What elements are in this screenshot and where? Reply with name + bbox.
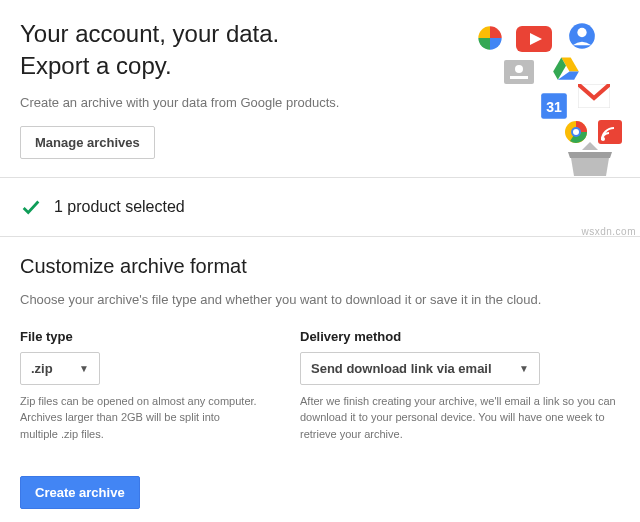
file-type-label: File type — [20, 329, 260, 344]
selection-section: 1 product selected — [0, 178, 640, 237]
selection-count-text: 1 product selected — [54, 198, 185, 216]
page-title-line1: Your account, your data. — [20, 20, 279, 47]
svg-marker-19 — [570, 152, 610, 176]
create-archive-button[interactable]: Create archive — [20, 476, 140, 509]
svg-point-16 — [573, 129, 579, 135]
manage-archives-button[interactable]: Manage archives — [20, 126, 155, 159]
file-type-select[interactable]: .zip ▼ — [20, 352, 100, 385]
cast-icon — [598, 120, 622, 144]
hero-section: 31 Your account, your data. Export a cop… — [0, 0, 640, 178]
delivery-select[interactable]: Send download link via email ▼ — [300, 352, 540, 385]
action-section: Create archive — [0, 460, 640, 522]
page-title: Your account, your data. Export a copy. — [20, 18, 620, 83]
chevron-down-icon: ▼ — [519, 363, 529, 374]
customize-section: Customize archive format Choose your arc… — [0, 237, 640, 461]
customize-heading: Customize archive format — [20, 255, 620, 278]
delivery-value: Send download link via email — [311, 361, 492, 376]
svg-rect-17 — [598, 120, 622, 144]
page-title-line2: Export a copy. — [20, 52, 172, 79]
form-row: File type .zip ▼ Zip files can be opened… — [20, 329, 620, 443]
selection-row: 1 product selected — [20, 196, 620, 218]
delivery-help: After we finish creating your archive, w… — [300, 393, 620, 443]
file-type-help: Zip files can be opened on almost any co… — [20, 393, 260, 443]
delivery-column: Delivery method Send download link via e… — [300, 329, 620, 443]
svg-point-15 — [571, 127, 581, 137]
chevron-down-icon: ▼ — [79, 363, 89, 374]
file-type-column: File type .zip ▼ Zip files can be opened… — [20, 329, 260, 443]
svg-point-18 — [601, 137, 605, 141]
box-icon — [568, 142, 612, 178]
file-type-value: .zip — [31, 361, 53, 376]
svg-marker-21 — [582, 142, 598, 150]
check-icon — [20, 196, 42, 218]
delivery-label: Delivery method — [300, 329, 620, 344]
watermark-text: wsxdn.com — [581, 226, 636, 237]
svg-point-14 — [565, 121, 587, 143]
page-subtitle: Create an archive with your data from Go… — [20, 95, 620, 110]
svg-marker-20 — [568, 152, 612, 158]
customize-subtitle: Choose your archive's file type and whet… — [20, 292, 620, 307]
chrome-icon — [564, 120, 588, 144]
